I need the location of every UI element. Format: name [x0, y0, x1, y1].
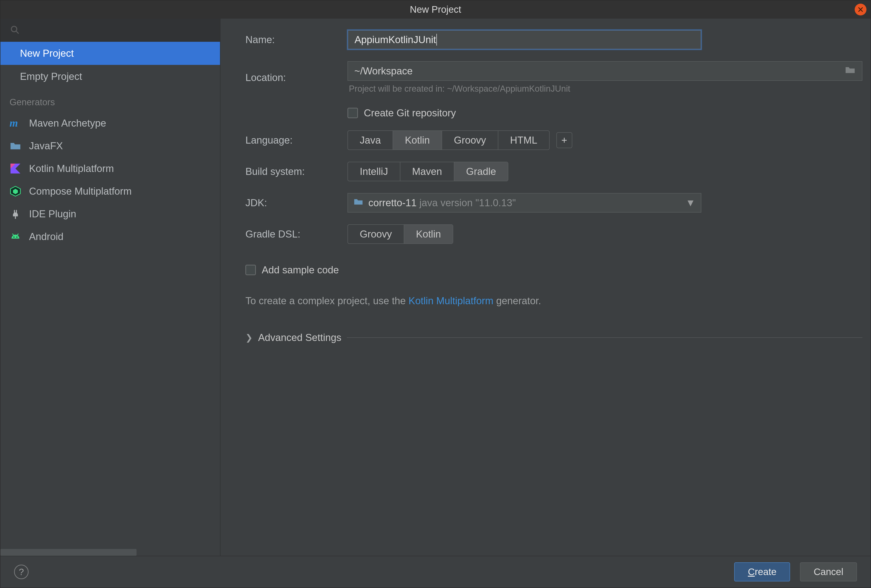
sample-code-label: Add sample code: [262, 264, 339, 275]
compose-icon: [9, 186, 21, 197]
language-label: Language:: [245, 135, 345, 146]
generator-compose-multiplatform[interactable]: Compose Multiplatform: [0, 180, 220, 203]
sidebar-item-label: Empty Project: [20, 71, 82, 82]
dsl-option-kotlin[interactable]: Kotlin: [404, 225, 453, 244]
jdk-dropdown[interactable]: corretto-11 java version "11.0.13" ▼: [347, 193, 701, 212]
android-icon: [9, 231, 21, 242]
create-button-label: Create: [748, 566, 777, 578]
form-grid: Name: AppiumKotlinJUnit Location: ~/Work…: [245, 30, 852, 343]
svg-line-13: [17, 233, 18, 235]
location-input[interactable]: ~/Workspace: [347, 61, 862, 81]
sidebar: New Project Empty Project Generators m M…: [0, 19, 220, 556]
build-option-intellij[interactable]: IntelliJ: [348, 162, 400, 181]
sidebar-item-new-project[interactable]: New Project: [0, 42, 220, 65]
location-input-value: ~/Workspace: [354, 65, 413, 77]
create-button[interactable]: Create: [734, 563, 790, 581]
svg-rect-8: [16, 210, 17, 214]
svg-point-11: [16, 236, 18, 238]
add-language-button[interactable]: +: [557, 132, 572, 148]
build-system-label: Build system:: [245, 166, 345, 177]
location-label: Location:: [245, 72, 345, 83]
generators-header: Generators: [0, 88, 220, 112]
chevron-down-icon: ▼: [685, 197, 696, 208]
generator-kotlin-multiplatform[interactable]: Kotlin Multiplatform: [0, 157, 220, 180]
sample-code-row[interactable]: Add sample code: [245, 256, 862, 275]
text-caret: [436, 34, 437, 46]
complex-project-hint: To create a complex project, use the Kot…: [245, 287, 862, 307]
git-checkbox-row[interactable]: Create Git repository: [347, 105, 862, 119]
browse-folder-icon[interactable]: [845, 64, 856, 78]
kotlin-multiplatform-link[interactable]: Kotlin Multiplatform: [409, 295, 493, 306]
location-hint: Project will be created in: ~/Workspace/…: [347, 84, 862, 94]
name-input[interactable]: AppiumKotlinJUnit: [347, 30, 701, 49]
help-button[interactable]: ?: [14, 565, 28, 579]
cancel-button-label: Cancel: [814, 566, 843, 578]
svg-point-0: [11, 26, 17, 32]
name-input-value: AppiumKotlinJUnit: [355, 34, 436, 45]
build-option-maven[interactable]: Maven: [400, 162, 454, 181]
language-option-kotlin[interactable]: Kotlin: [393, 131, 442, 150]
chevron-right-icon: ❯: [245, 332, 253, 343]
generator-label: IDE Plugin: [29, 208, 76, 220]
gradle-dsl-segmented: Groovy Kotlin: [347, 224, 453, 244]
language-option-html[interactable]: HTML: [498, 131, 549, 150]
titlebar: New Project: [0, 0, 871, 19]
svg-line-12: [12, 233, 13, 235]
jdk-value: corretto-11: [368, 197, 417, 208]
dsl-option-groovy[interactable]: Groovy: [348, 225, 404, 244]
folder-jdk-icon: [353, 197, 364, 209]
git-checkbox-label: Create Git repository: [364, 107, 456, 119]
new-project-dialog: New Project New Project Empty Project Ge…: [0, 0, 871, 588]
generator-label: JavaFX: [29, 140, 63, 151]
svg-text:m: m: [9, 117, 18, 129]
generator-javafx[interactable]: JavaFX: [0, 135, 220, 157]
generator-maven-archetype[interactable]: m Maven Archetype: [0, 112, 220, 135]
svg-rect-7: [14, 210, 15, 214]
plugin-icon: [9, 208, 21, 220]
sidebar-item-label: New Project: [20, 48, 74, 59]
close-icon: [858, 6, 864, 13]
generator-label: Compose Multiplatform: [29, 186, 132, 197]
generator-label: Android: [29, 231, 63, 242]
jdk-label: JDK:: [245, 197, 345, 208]
cancel-button[interactable]: Cancel: [800, 563, 857, 581]
language-option-groovy[interactable]: Groovy: [442, 131, 498, 150]
language-option-java[interactable]: Java: [348, 131, 393, 150]
generator-android[interactable]: Android: [0, 225, 220, 248]
svg-rect-9: [15, 216, 16, 219]
divider: [347, 337, 862, 338]
build-option-gradle[interactable]: Gradle: [454, 162, 508, 181]
search-icon: [9, 24, 20, 35]
generator-label: Kotlin Multiplatform: [29, 163, 114, 174]
generator-label: Maven Archetype: [29, 118, 106, 129]
sidebar-search[interactable]: [0, 19, 220, 42]
dialog-footer: ? Create Cancel: [0, 556, 871, 588]
generator-ide-plugin[interactable]: IDE Plugin: [0, 203, 220, 225]
gradle-dsl-label: Gradle DSL:: [245, 229, 345, 240]
maven-icon: m: [9, 117, 21, 129]
jdk-detail: java version "11.0.13": [417, 197, 516, 208]
sidebar-item-empty-project[interactable]: Empty Project: [0, 65, 220, 88]
folder-icon: [9, 140, 21, 152]
main-panel: Name: AppiumKotlinJUnit Location: ~/Work…: [220, 19, 871, 556]
svg-line-1: [16, 31, 19, 34]
build-system-segmented: IntelliJ Maven Gradle: [347, 162, 508, 181]
language-segmented: Java Kotlin Groovy HTML: [347, 130, 549, 150]
svg-point-10: [13, 236, 15, 238]
window-close-button[interactable]: [855, 4, 867, 15]
advanced-settings-label: Advanced Settings: [258, 332, 341, 343]
kotlin-icon: [9, 163, 21, 174]
advanced-settings-row[interactable]: ❯ Advanced Settings: [245, 318, 862, 343]
git-checkbox[interactable]: [347, 108, 358, 118]
name-label: Name:: [245, 34, 345, 45]
window-title: New Project: [410, 4, 461, 15]
sidebar-scrollbar[interactable]: [0, 549, 136, 556]
sample-code-checkbox[interactable]: [245, 265, 256, 275]
dialog-body: New Project Empty Project Generators m M…: [0, 19, 871, 556]
